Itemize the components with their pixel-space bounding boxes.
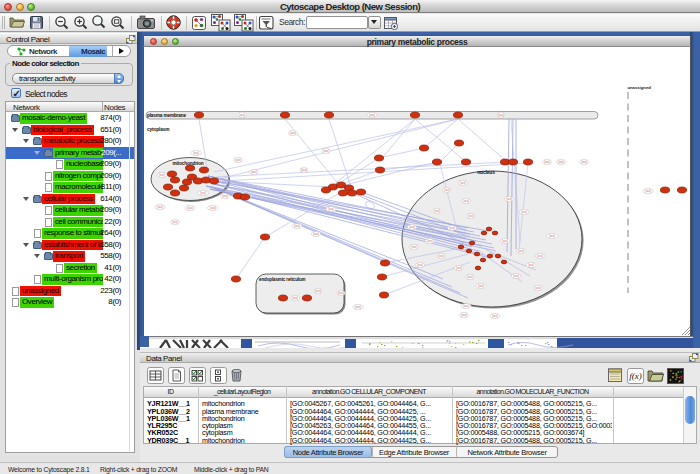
svg-text:[xxx]: [xxx] (157, 205, 163, 209)
svg-text:[xxx]: [xxx] (292, 296, 298, 300)
svg-text:[xxx]: [xxx] (187, 206, 193, 210)
svg-text:[xxx]: [xxx] (467, 275, 473, 279)
svg-text:[xxx]: [xxx] (521, 210, 527, 214)
svg-text:[xxx]: [xxx] (427, 239, 433, 243)
svg-text:[xxx]: [xxx] (315, 289, 321, 293)
svg-text:[xxx]: [xxx] (535, 286, 541, 290)
svg-text:[xxx]: [xxx] (417, 263, 423, 267)
svg-text:[xxx]: [xxx] (513, 274, 519, 278)
svg-text:[xxx]: [xxx] (528, 263, 534, 267)
svg-text:[xxx]: [xxx] (159, 173, 165, 177)
svg-text:[xxx]: [xxx] (506, 197, 512, 201)
svg-text:[xxx]: [xxx] (558, 160, 564, 164)
svg-text:[xxx]: [xxx] (544, 160, 550, 164)
svg-text:[xxx]: [xxx] (411, 245, 417, 249)
svg-text:[xxx]: [xxx] (463, 199, 469, 203)
svg-text:[xxx]: [xxx] (502, 239, 508, 243)
svg-text:[xxx]: [xxx] (323, 149, 329, 153)
svg-text:unassigned: unassigned (628, 85, 652, 90)
svg-text:[xxx]: [xxx] (172, 220, 178, 224)
svg-text:[xxx]: [xxx] (235, 158, 241, 162)
svg-text:[xxx]: [xxx] (549, 234, 555, 238)
svg-text:plasma membrane: plasma membrane (147, 113, 186, 118)
svg-text:[xxx]: [xxx] (328, 207, 334, 211)
svg-text:[xxx]: [xxx] (301, 168, 307, 172)
svg-text:[xxx]: [xxx] (468, 214, 474, 218)
svg-text:[xxx]: [xxx] (449, 226, 455, 230)
svg-text:[xxx]: [xxx] (478, 284, 484, 288)
svg-text:[xxx]: [xxx] (438, 254, 444, 258)
svg-text:[xxx]: [xxx] (492, 314, 498, 318)
svg-text:[xxx]: [xxx] (537, 254, 543, 258)
svg-text:endoplasmic reticulum: endoplasmic reticulum (259, 277, 306, 282)
svg-text:[xxx]: [xxx] (581, 160, 587, 164)
svg-text:[xxx]: [xxx] (498, 113, 504, 117)
svg-text:[xxx]: [xxx] (313, 232, 319, 236)
svg-text:[xxx]: [xxx] (645, 189, 651, 193)
svg-text:[xxx]: [xxx] (434, 209, 440, 213)
svg-text:[xxx]: [xxx] (290, 131, 296, 135)
svg-text:f(x): f(x) (629, 371, 642, 381)
svg-text:[xxx]: [xxx] (369, 113, 375, 117)
svg-text:[xxx]: [xxx] (210, 206, 216, 210)
svg-text:[xxx]: [xxx] (239, 113, 245, 117)
svg-text:[xxx]: [xxx] (355, 305, 361, 309)
svg-text:[xxx]: [xxx] (193, 151, 199, 155)
svg-text:[xxx]: [xxx] (251, 170, 257, 174)
svg-text:[xxx]: [xxx] (518, 249, 524, 253)
svg-text:[xxx]: [xxx] (294, 224, 300, 228)
svg-text:nucleus: nucleus (477, 170, 495, 175)
svg-text:[xxx]: [xxx] (338, 291, 344, 295)
svg-text:[xxx]: [xxx] (200, 191, 206, 195)
svg-text:cytoplasm: cytoplasm (147, 127, 169, 132)
svg-text:[xxx]: [xxx] (463, 304, 469, 308)
svg-text:[xxx]: [xxx] (222, 194, 228, 198)
svg-text:mitochondrion: mitochondrion (173, 161, 204, 166)
svg-text:[xxx]: [xxx] (460, 181, 466, 185)
svg-text:[xxx]: [xxx] (409, 225, 415, 229)
svg-text:[xxx]: [xxx] (456, 266, 462, 270)
svg-text:[xxx]: [xxx] (444, 188, 450, 192)
svg-text:[xxx]: [xxx] (461, 313, 467, 317)
